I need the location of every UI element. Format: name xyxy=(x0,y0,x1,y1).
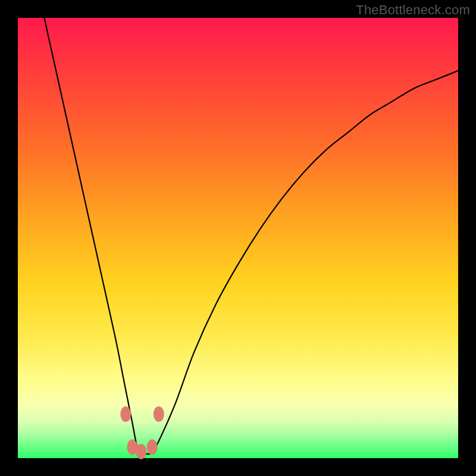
chart-frame: TheBottleneck.com xyxy=(0,0,476,476)
curve-markers xyxy=(120,406,164,459)
curve-marker xyxy=(120,406,131,422)
plot-area xyxy=(18,18,458,458)
bottleneck-curve xyxy=(44,18,458,455)
watermark-text: TheBottleneck.com xyxy=(356,2,470,18)
curve-marker xyxy=(136,444,146,459)
curve-layer xyxy=(18,18,458,458)
curve-marker xyxy=(154,406,164,422)
curve-marker xyxy=(147,440,158,455)
